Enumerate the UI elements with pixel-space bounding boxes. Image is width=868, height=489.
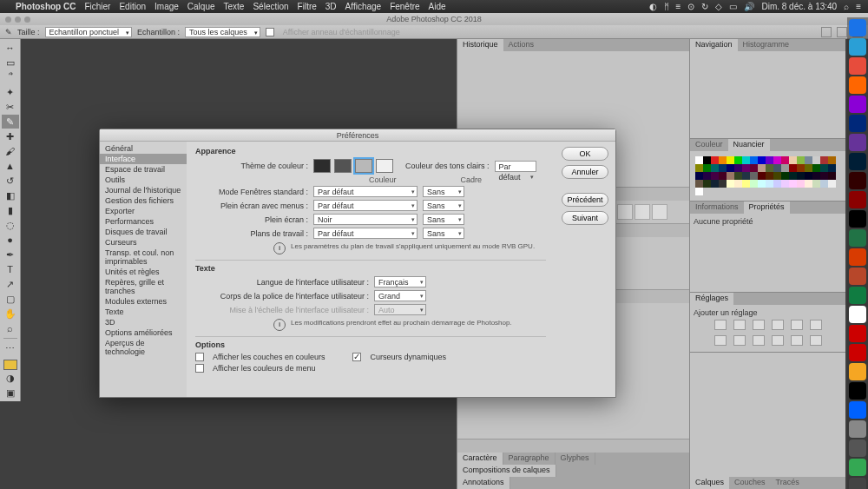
swatch[interactable] bbox=[758, 180, 766, 188]
mode-color-select[interactable]: Par défaut bbox=[313, 228, 418, 239]
menu-selection[interactable]: Sélection bbox=[253, 2, 288, 11]
tool-pen[interactable]: ✒ bbox=[2, 248, 19, 261]
pref-cat-13[interactable]: Modules externes bbox=[100, 296, 187, 307]
tab-annot[interactable]: Annotations bbox=[457, 477, 510, 489]
swatch[interactable] bbox=[789, 180, 797, 188]
adj-icon[interactable] bbox=[733, 335, 746, 346]
swatch[interactable] bbox=[789, 164, 797, 172]
dock-app-icon[interactable] bbox=[849, 38, 866, 56]
menu-calque[interactable]: Calque bbox=[187, 2, 215, 11]
swatch[interactable] bbox=[742, 164, 750, 172]
dock-app-icon[interactable] bbox=[849, 268, 866, 285]
swatch[interactable] bbox=[773, 164, 781, 172]
swatch[interactable] bbox=[789, 172, 797, 180]
swatch[interactable] bbox=[805, 180, 812, 188]
menu-fichier[interactable]: Fichier bbox=[84, 2, 110, 11]
tab-navigation[interactable]: Navigation bbox=[690, 39, 738, 51]
swatch[interactable] bbox=[773, 180, 781, 188]
swatch[interactable] bbox=[695, 180, 703, 188]
pref-cat-6[interactable]: Exporter bbox=[100, 206, 187, 216]
dock-app-icon[interactable] bbox=[849, 478, 866, 489]
clock[interactable]: Dim. 8 déc. à 13:40 bbox=[761, 2, 837, 11]
tab-paragraphe[interactable]: Paragraphe bbox=[503, 453, 556, 465]
tab-glyphes[interactable]: Glyphes bbox=[556, 453, 595, 465]
status-icon[interactable]: ↻ bbox=[701, 2, 708, 11]
tab-historique[interactable]: Historique bbox=[457, 39, 503, 51]
opt-icon[interactable] bbox=[837, 27, 847, 37]
swatch[interactable] bbox=[828, 180, 836, 188]
menu-3d[interactable]: 3D bbox=[326, 2, 337, 11]
dock-app-icon[interactable] bbox=[849, 344, 866, 361]
adj-icon[interactable] bbox=[714, 335, 727, 346]
dock-app-icon[interactable] bbox=[849, 363, 866, 380]
eyedropper-icon[interactable]: ✎ bbox=[5, 28, 12, 36]
adj-icon[interactable] bbox=[733, 320, 746, 330]
mode-color-select[interactable]: Par défaut bbox=[313, 200, 418, 211]
status-icon[interactable]: ⊙ bbox=[687, 2, 694, 11]
dock-app-icon[interactable] bbox=[849, 153, 866, 170]
swatch[interactable] bbox=[734, 164, 742, 172]
adj-icon[interactable] bbox=[810, 335, 822, 346]
swatch[interactable] bbox=[703, 172, 711, 180]
adj-icon[interactable] bbox=[714, 320, 727, 330]
tool-heal[interactable]: ✚ bbox=[2, 129, 19, 143]
fg-swatch[interactable] bbox=[3, 360, 17, 370]
ok-button[interactable]: OK bbox=[562, 147, 608, 161]
swatch[interactable] bbox=[734, 172, 742, 180]
taille-select[interactable]: Echantillon ponctuel bbox=[45, 27, 133, 37]
tab-histogramme[interactable]: Histogramme bbox=[738, 39, 795, 51]
swatch[interactable] bbox=[719, 164, 727, 172]
tool-stamp[interactable]: ▲ bbox=[2, 159, 19, 173]
swatch[interactable] bbox=[734, 156, 742, 164]
tool-zoom[interactable]: ⌕ bbox=[2, 321, 19, 335]
window-controls[interactable] bbox=[5, 17, 30, 23]
dock-app-icon[interactable] bbox=[849, 134, 866, 151]
adj-icon[interactable] bbox=[772, 335, 784, 346]
dock-app-icon[interactable] bbox=[849, 325, 866, 342]
theme-dark[interactable] bbox=[313, 159, 331, 173]
opt3-check[interactable] bbox=[195, 364, 204, 373]
swatch[interactable] bbox=[727, 180, 734, 188]
swatch[interactable] bbox=[781, 156, 789, 164]
pref-cat-0[interactable]: Général bbox=[100, 143, 187, 154]
dock-app-icon[interactable] bbox=[849, 115, 866, 132]
swatch[interactable] bbox=[820, 164, 828, 172]
pref-cat-9[interactable]: Curseurs bbox=[100, 237, 187, 248]
swatch[interactable] bbox=[820, 172, 828, 180]
mode-frame-select[interactable]: Sans bbox=[423, 186, 464, 197]
pref-cat-10[interactable]: Transp. et coul. non imprimables bbox=[100, 248, 187, 267]
swatch[interactable] bbox=[781, 164, 789, 172]
menu-affichage[interactable]: Affichage bbox=[345, 2, 382, 11]
tool-edit[interactable]: ⋯ bbox=[2, 341, 19, 355]
swatch[interactable] bbox=[766, 164, 773, 172]
swatch[interactable] bbox=[695, 156, 703, 164]
style-item[interactable] bbox=[617, 204, 633, 220]
menu-texte[interactable]: Texte bbox=[224, 2, 245, 11]
battery-icon[interactable]: ▭ bbox=[729, 2, 737, 11]
swatch[interactable] bbox=[758, 164, 766, 172]
mode-color-select[interactable]: Noir bbox=[313, 214, 418, 225]
adj-icon[interactable] bbox=[753, 335, 765, 346]
swatch[interactable] bbox=[820, 156, 828, 164]
swatch[interactable] bbox=[711, 180, 719, 188]
opt-icon[interactable] bbox=[821, 27, 832, 37]
menu-filtre[interactable]: Filtre bbox=[298, 2, 317, 11]
swatch[interactable] bbox=[805, 156, 812, 164]
dock-app-icon[interactable] bbox=[849, 306, 866, 323]
tool-eraser[interactable]: ◧ bbox=[2, 188, 19, 202]
status-icon[interactable]: ᛗ bbox=[664, 2, 669, 11]
adj-icon[interactable] bbox=[772, 320, 784, 330]
tool-mask[interactable]: ◑ bbox=[2, 371, 19, 385]
swatch[interactable] bbox=[828, 156, 836, 164]
pref-cat-11[interactable]: Unités et règles bbox=[100, 267, 187, 277]
pref-cat-15[interactable]: 3D bbox=[100, 317, 187, 327]
swatch[interactable] bbox=[789, 156, 797, 164]
swatch[interactable] bbox=[773, 172, 781, 180]
swatch[interactable] bbox=[750, 180, 758, 188]
swatch[interactable] bbox=[695, 164, 703, 172]
swatch[interactable] bbox=[719, 156, 727, 164]
dock-app-icon[interactable] bbox=[849, 401, 866, 419]
precedent-button[interactable]: Précédent bbox=[562, 193, 608, 207]
dock-app-icon[interactable] bbox=[849, 420, 866, 438]
swatch[interactable] bbox=[828, 172, 836, 180]
